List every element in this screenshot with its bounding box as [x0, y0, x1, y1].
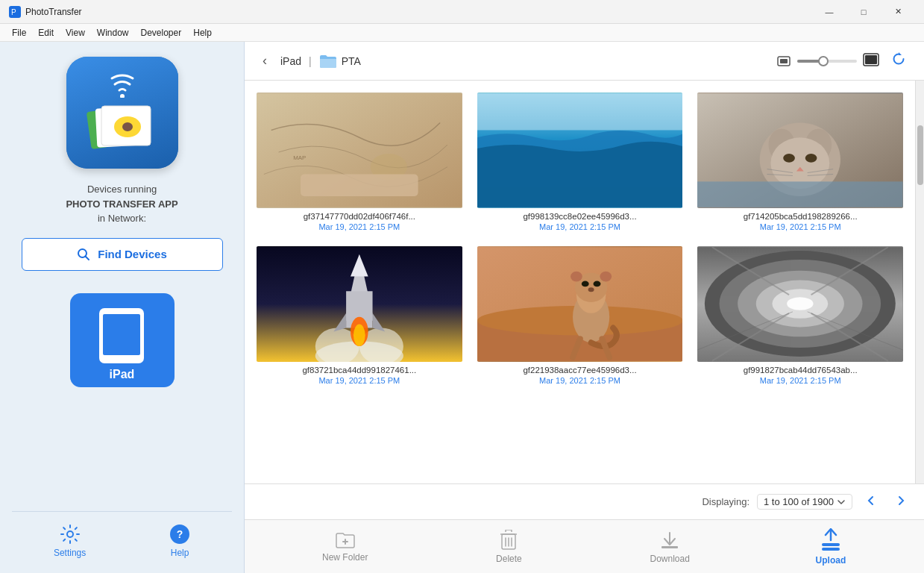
folder-icon	[319, 54, 337, 69]
close-button[interactable]: ✕	[881, 0, 915, 24]
svg-rect-16	[117, 360, 126, 363]
refresh-icon	[891, 51, 906, 66]
delete-label: Delete	[496, 554, 522, 564]
svg-point-17	[67, 531, 73, 537]
device-card-ipad[interactable]: iPad	[70, 293, 175, 387]
svg-rect-21	[780, 59, 788, 63]
ipad-icon	[92, 305, 152, 365]
menu-help[interactable]: Help	[187, 26, 218, 40]
download-icon	[659, 530, 680, 551]
chevron-left-icon	[866, 495, 876, 506]
photo-stack-icon	[85, 101, 160, 157]
window-controls: — □ ✕	[812, 0, 915, 24]
app-icon-inner	[66, 57, 178, 169]
settings-label: Settings	[54, 548, 86, 558]
menu-developer[interactable]: Developer	[135, 26, 188, 40]
content-area: ‹ iPad | PTA	[245, 42, 924, 573]
menu-edit[interactable]: Edit	[32, 26, 60, 40]
settings-item[interactable]: Settings	[39, 521, 101, 561]
sidebar: Devices running PHOTO TRANSFER APP in Ne…	[0, 42, 245, 573]
range-text: 1 to 100 of 1900	[764, 496, 834, 507]
device-name-label: iPad	[110, 368, 135, 381]
app-title: PhotoTransfer	[25, 7, 812, 17]
photo-item[interactable]: gf83721bca44dd991827461...Mar 19, 2021 2…	[257, 246, 462, 385]
photo-date: Mar 19, 2021 2:15 PM	[760, 376, 841, 385]
svg-rect-43	[697, 181, 903, 207]
svg-line-12	[86, 256, 89, 260]
svg-point-65	[600, 272, 612, 282]
find-devices-label: Find Devices	[98, 248, 167, 260]
vertical-scrollbar[interactable]	[915, 81, 924, 483]
photo-item[interactable]: gf714205bca5dd198289266...Mar 19, 2021 2…	[697, 93, 903, 231]
zoom-small-icon	[776, 55, 791, 67]
svg-point-74	[787, 297, 813, 310]
photo-item[interactable]: gf998139cc8e02ee45996d3...Mar 19, 2021 2…	[477, 93, 683, 231]
breadcrumb-folder[interactable]: PTA	[319, 54, 361, 69]
minimize-button[interactable]: —	[812, 0, 846, 24]
svg-point-54	[353, 325, 365, 347]
back-button[interactable]: ‹	[257, 50, 273, 72]
find-devices-button[interactable]: Find Devices	[22, 238, 223, 271]
maximize-button[interactable]: □	[846, 0, 881, 24]
prev-page-button[interactable]	[860, 492, 882, 512]
photo-grid[interactable]: MAP gf37147770dd02df406f746f...Mar 19, 2…	[245, 81, 915, 483]
breadcrumb-device: iPad	[280, 55, 301, 67]
svg-point-62	[593, 281, 600, 286]
next-page-button[interactable]	[890, 492, 912, 512]
main-layout: Devices running PHOTO TRANSFER APP in Ne…	[0, 42, 924, 573]
zoom-slider[interactable]	[797, 60, 857, 63]
photo-item[interactable]: gf991827bcab44dd76543ab...Mar 19, 2021 2…	[697, 246, 903, 385]
search-icon	[77, 248, 90, 261]
download-item[interactable]: Download	[632, 525, 708, 569]
download-label: Download	[650, 554, 690, 564]
menu-window[interactable]: Window	[91, 26, 135, 40]
svg-rect-91	[822, 548, 840, 551]
svg-rect-28	[301, 174, 418, 196]
refresh-button[interactable]	[885, 48, 912, 73]
help-item[interactable]: ? Help	[154, 521, 205, 561]
svg-text:MAP: MAP	[293, 154, 306, 161]
upload-item[interactable]: Upload	[797, 524, 864, 570]
chevron-right-icon	[896, 495, 906, 506]
photo-filename: gf37147770dd02df406f746f...	[304, 212, 415, 221]
chevron-down-icon	[837, 498, 846, 507]
upload-label: Upload	[816, 555, 846, 566]
device-card-inner: iPad	[70, 293, 175, 387]
settings-icon	[60, 524, 81, 545]
delete-icon	[500, 530, 518, 551]
content-topbar: ‹ iPad | PTA	[245, 42, 924, 81]
svg-point-36	[784, 154, 796, 163]
menu-file[interactable]: File	[6, 26, 32, 40]
new-folder-item[interactable]: New Folder	[304, 527, 386, 567]
statusbar: Displaying: 1 to 100 of 1900	[245, 483, 924, 519]
new-folder-icon	[335, 531, 356, 549]
photo-filename: gf83721bca44dd991827461...	[302, 366, 416, 375]
photo-filename: gf714205bca5dd198289266...	[744, 212, 858, 221]
breadcrumb-folder-label: PTA	[342, 55, 361, 67]
photo-filename: gf998139cc8e02ee45996d3...	[523, 212, 636, 221]
breadcrumb-separator: |	[309, 55, 312, 67]
upload-icon	[819, 528, 843, 552]
photo-date: Mar 19, 2021 2:15 PM	[539, 222, 620, 231]
photo-date: Mar 19, 2021 2:15 PM	[760, 222, 841, 231]
svg-point-37	[805, 154, 817, 163]
photo-filename: gf991827bcab44dd76543ab...	[744, 366, 858, 375]
svg-text:P: P	[11, 8, 16, 16]
zoom-slider-thumb[interactable]	[818, 56, 829, 66]
photo-filename: gf221938aacc77ee45996d3...	[523, 366, 636, 375]
wifi-icon	[100, 68, 145, 98]
photo-area: MAP gf37147770dd02df406f746f...Mar 19, 2…	[245, 81, 924, 483]
svg-rect-14	[103, 314, 140, 355]
svg-marker-24	[899, 52, 902, 55]
svg-point-61	[581, 281, 588, 286]
photo-date: Mar 19, 2021 2:15 PM	[318, 376, 400, 385]
photo-item[interactable]: gf221938aacc77ee45996d3...Mar 19, 2021 2…	[477, 246, 683, 385]
menu-view[interactable]: View	[60, 26, 91, 40]
bottom-toolbar: New Folder Delete Dow	[245, 519, 924, 573]
photo-item[interactable]: MAP gf37147770dd02df406f746f...Mar 19, 2…	[257, 93, 462, 231]
delete-item[interactable]: Delete	[475, 525, 542, 569]
new-folder-label: New Folder	[322, 552, 368, 563]
range-dropdown[interactable]: 1 to 100 of 1900	[757, 494, 852, 510]
app-icon	[66, 57, 178, 169]
scrollbar-thumb[interactable]	[917, 125, 923, 185]
